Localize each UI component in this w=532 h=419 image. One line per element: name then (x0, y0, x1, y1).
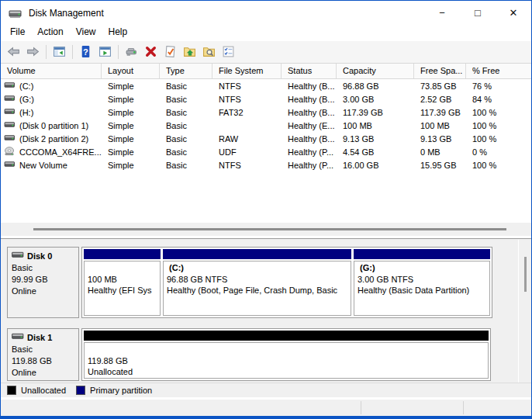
volume-name: CCCOMA_X64FRE... (19, 147, 102, 157)
volume-status-cell: Healthy (B... (282, 108, 337, 117)
volume-list-rows: (C:)SimpleBasicNTFSHealthy (B...96.88 GB… (1, 79, 531, 171)
partition-status: Healthy (Boot, Page File, Crash Dump, Ba… (167, 285, 351, 296)
volume-row[interactable]: New VolumeSimpleBasicNTFSHealthy (P...16… (1, 158, 531, 171)
toolbar-separator (72, 45, 73, 59)
volume-status-cell: Healthy (P... (282, 161, 337, 170)
partition[interactable]: 119.88 GBUnallocated (84, 331, 489, 379)
toolbar-checklist-button[interactable] (219, 43, 238, 61)
partition-color-bar (354, 249, 490, 259)
partition-info-box: (C:)96.88 GB NTFSHealthy (Boot, Page Fil… (163, 261, 351, 316)
partition[interactable]: 100 MBHealthy (EFI Sys (84, 249, 161, 316)
volume-name: (G:) (19, 95, 34, 104)
menu-help[interactable]: Help (102, 25, 134, 41)
pane-splitter[interactable] (1, 223, 531, 236)
toolbar-forward-button[interactable] (23, 43, 43, 61)
column-header-capacity[interactable]: Capacity (337, 64, 414, 78)
drive-icon (4, 107, 19, 117)
volume-name: New Volume (19, 161, 67, 170)
partition-title (88, 344, 488, 355)
volume-type-cell: Basic (160, 95, 212, 104)
toolbar-delete-button[interactable] (141, 43, 161, 61)
partition-size: 96.88 GB NTFS (167, 274, 351, 286)
disk-status: Online (12, 367, 77, 379)
legend-label: Primary partition (90, 386, 152, 395)
volume-layout-cell: Simple (102, 81, 160, 91)
status-bar-separator (463, 401, 464, 414)
partition-info-box: 100 MBHealthy (EFI Sys (84, 261, 161, 316)
volume-layout-cell: Simple (102, 161, 160, 170)
column-header-status[interactable]: Status (282, 64, 337, 78)
volume-type-cell: Basic (160, 121, 212, 130)
menu-file[interactable]: File (4, 25, 31, 41)
vertical-scrollbar[interactable] (518, 240, 531, 383)
partition-size: 119.88 GB (88, 355, 488, 367)
column-header-volume[interactable]: Volume (1, 64, 102, 78)
status-bar (1, 400, 531, 416)
drive-icon (4, 160, 19, 170)
volume-pct-cell: 100 % (466, 108, 531, 117)
volume-row[interactable]: (H:)SimpleBasicFAT32Healthy (B...117.39 … (1, 106, 531, 119)
disk-type: Basic (12, 344, 77, 355)
legend-swatch-primary-partition (76, 386, 85, 395)
partition[interactable]: (C:)96.88 GB NTFSHealthy (Boot, Page Fil… (163, 249, 351, 316)
toolbar-device-button[interactable] (122, 43, 141, 61)
volume-status-cell: Healthy (P... (282, 147, 337, 157)
minimize-button[interactable]: − (424, 1, 460, 25)
checklist-icon (222, 45, 235, 60)
volume-capacity-cell: 100 MB (337, 121, 414, 130)
volume-free-cell: 2.52 GB (414, 95, 466, 104)
volume-type-cell: Basic (160, 134, 212, 144)
toolbar-help-button[interactable]: ? (76, 43, 95, 61)
menu-action[interactable]: Action (31, 25, 69, 41)
help-icon: ? (79, 45, 92, 60)
volume-pct-cell: 0 % (466, 147, 531, 157)
toolbar-folder-find-button[interactable] (199, 43, 219, 61)
volume-row[interactable]: (Disk 0 partition 1)SimpleBasicHealthy (… (1, 119, 531, 132)
volume-row[interactable]: (G:)SimpleBasicNTFSHealthy (B...3.00 GB2… (1, 92, 531, 106)
volume-row[interactable]: (Disk 2 partition 2)SimpleBasicRAWHealth… (1, 132, 531, 145)
menu-bar: FileActionViewHelp (1, 25, 531, 41)
menu-view[interactable]: View (70, 25, 102, 41)
disk-size: 99.99 GB (12, 274, 77, 286)
disk-label[interactable]: Disk 1Basic119.88 GBOnline (7, 328, 79, 381)
toolbar-check-document-button[interactable] (161, 43, 180, 61)
volume-list-empty-area (1, 171, 531, 223)
volume-row[interactable]: CCCOMA_X64FRE...SimpleBasicUDFHealthy (P… (1, 145, 531, 158)
column-header-type[interactable]: Type (160, 64, 212, 78)
disk-icon (12, 332, 27, 342)
volume-name-cell: (Disk 0 partition 1) (1, 120, 102, 130)
column-header--free[interactable]: % Free (466, 64, 531, 78)
volume-row[interactable]: (C:)SimpleBasicNTFSHealthy (B...96.88 GB… (1, 79, 531, 92)
device-icon (125, 45, 138, 60)
disk-label[interactable]: Disk 0Basic99.99 GBOnline (7, 247, 79, 318)
partition[interactable]: (G:)3.00 GB NTFSHealthy (Basic Data Part… (354, 249, 490, 316)
partition-strip: 100 MBHealthy (EFI Sys (C:)96.88 GB NTFS… (81, 247, 492, 318)
splitter-grip[interactable] (33, 228, 506, 230)
volume-layout-cell: Simple (102, 147, 160, 157)
toolbar-folder-up-button[interactable] (180, 43, 199, 61)
volume-capacity-cell: 117.39 GB (337, 108, 414, 117)
column-header-free-spa-[interactable]: Free Spa... (414, 64, 466, 78)
volume-type-cell: Basic (160, 81, 212, 91)
drive-icon (4, 81, 19, 91)
disk-type: Basic (12, 262, 77, 274)
disk-status: Online (12, 286, 77, 297)
folder-find-icon (202, 45, 216, 60)
volume-type-cell: Basic (160, 147, 212, 157)
maximize-button[interactable]: □ (460, 1, 496, 25)
toolbar-show-action-pane-button[interactable] (95, 43, 115, 61)
volume-status-cell: Healthy (B... (282, 95, 337, 104)
disk-row-disk-1: Disk 1Basic119.88 GBOnline 119.88 GBUnal… (7, 328, 491, 381)
column-header-file-system[interactable]: File System (212, 64, 282, 78)
column-header-layout[interactable]: Layout (102, 64, 160, 78)
partition-info-box: 119.88 GBUnallocated (84, 342, 489, 379)
scrollbar-thumb[interactable] (524, 257, 527, 292)
toolbar-show-console-tree-button[interactable] (50, 43, 69, 61)
volume-layout-cell: Simple (102, 121, 160, 130)
volume-fs-cell: RAW (212, 134, 282, 144)
close-button[interactable]: ✕ (496, 1, 531, 25)
partition-status: Unallocated (88, 366, 488, 378)
toolbar-back-button[interactable] (4, 43, 23, 61)
window-title: Disk Management (29, 8, 104, 19)
partition-size: 100 MB (88, 274, 160, 286)
